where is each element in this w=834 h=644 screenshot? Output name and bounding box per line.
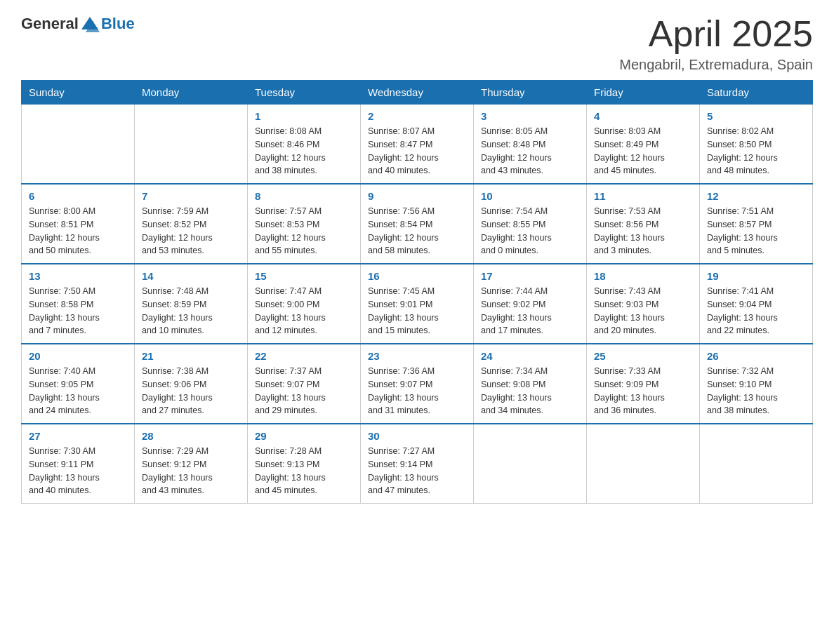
day-info: Sunrise: 7:37 AM Sunset: 9:07 PM Dayligh… — [255, 365, 353, 417]
calendar-cell: 19Sunrise: 7:41 AM Sunset: 9:04 PM Dayli… — [700, 264, 813, 344]
calendar-cell: 12Sunrise: 7:51 AM Sunset: 8:57 PM Dayli… — [700, 184, 813, 264]
day-number: 4 — [594, 110, 692, 122]
day-info: Sunrise: 7:48 AM Sunset: 8:59 PM Dayligh… — [142, 285, 240, 337]
calendar-week-row: 6Sunrise: 8:00 AM Sunset: 8:51 PM Daylig… — [22, 184, 813, 264]
title-area: April 2025 Mengabril, Extremadura, Spain — [619, 14, 813, 73]
calendar-cell: 2Sunrise: 8:07 AM Sunset: 8:47 PM Daylig… — [361, 105, 474, 185]
calendar-cell: 7Sunrise: 7:59 AM Sunset: 8:52 PM Daylig… — [135, 184, 248, 264]
day-info: Sunrise: 8:00 AM Sunset: 8:51 PM Dayligh… — [29, 205, 127, 257]
day-number: 18 — [594, 270, 692, 282]
day-info: Sunrise: 7:28 AM Sunset: 9:13 PM Dayligh… — [255, 445, 353, 497]
calendar-cell: 3Sunrise: 8:05 AM Sunset: 8:48 PM Daylig… — [474, 105, 587, 185]
calendar-cell: 30Sunrise: 7:27 AM Sunset: 9:14 PM Dayli… — [361, 424, 474, 504]
calendar-cell: 9Sunrise: 7:56 AM Sunset: 8:54 PM Daylig… — [361, 184, 474, 264]
logo-blue: Blue — [101, 15, 135, 33]
calendar-cell: 13Sunrise: 7:50 AM Sunset: 8:58 PM Dayli… — [22, 264, 135, 344]
day-info: Sunrise: 7:33 AM Sunset: 9:09 PM Dayligh… — [594, 365, 692, 417]
calendar-week-row: 27Sunrise: 7:30 AM Sunset: 9:11 PM Dayli… — [22, 424, 813, 504]
calendar-cell: 8Sunrise: 7:57 AM Sunset: 8:53 PM Daylig… — [248, 184, 361, 264]
calendar-cell: 4Sunrise: 8:03 AM Sunset: 8:49 PM Daylig… — [587, 105, 700, 185]
day-number: 23 — [368, 350, 466, 362]
month-title: April 2025 — [619, 14, 813, 54]
weekday-header-thursday: Thursday — [474, 81, 587, 105]
calendar-table: SundayMondayTuesdayWednesdayThursdayFrid… — [21, 80, 813, 504]
day-number: 13 — [29, 270, 127, 282]
calendar-cell: 5Sunrise: 8:02 AM Sunset: 8:50 PM Daylig… — [700, 105, 813, 185]
calendar-cell: 20Sunrise: 7:40 AM Sunset: 9:05 PM Dayli… — [22, 344, 135, 424]
day-info: Sunrise: 7:36 AM Sunset: 9:07 PM Dayligh… — [368, 365, 466, 417]
calendar-cell: 15Sunrise: 7:47 AM Sunset: 9:00 PM Dayli… — [248, 264, 361, 344]
calendar-cell: 28Sunrise: 7:29 AM Sunset: 9:12 PM Dayli… — [135, 424, 248, 504]
weekday-header-wednesday: Wednesday — [361, 81, 474, 105]
day-number: 5 — [707, 110, 805, 122]
day-number: 14 — [142, 270, 240, 282]
day-info: Sunrise: 7:51 AM Sunset: 8:57 PM Dayligh… — [707, 205, 805, 257]
day-number: 25 — [594, 350, 692, 362]
day-number: 19 — [707, 270, 805, 282]
day-info: Sunrise: 7:27 AM Sunset: 9:14 PM Dayligh… — [368, 445, 466, 497]
day-number: 6 — [29, 190, 127, 202]
day-info: Sunrise: 7:50 AM Sunset: 8:58 PM Dayligh… — [29, 285, 127, 337]
calendar-cell: 10Sunrise: 7:54 AM Sunset: 8:55 PM Dayli… — [474, 184, 587, 264]
day-number: 30 — [368, 430, 466, 442]
day-number: 10 — [481, 190, 579, 202]
day-info: Sunrise: 8:02 AM Sunset: 8:50 PM Dayligh… — [707, 125, 805, 177]
weekday-header-friday: Friday — [587, 81, 700, 105]
day-info: Sunrise: 7:32 AM Sunset: 9:10 PM Dayligh… — [707, 365, 805, 417]
day-number: 3 — [481, 110, 579, 122]
calendar-cell: 11Sunrise: 7:53 AM Sunset: 8:56 PM Dayli… — [587, 184, 700, 264]
day-info: Sunrise: 8:07 AM Sunset: 8:47 PM Dayligh… — [368, 125, 466, 177]
calendar-cell: 24Sunrise: 7:34 AM Sunset: 9:08 PM Dayli… — [474, 344, 587, 424]
day-number: 21 — [142, 350, 240, 362]
calendar-cell: 21Sunrise: 7:38 AM Sunset: 9:06 PM Dayli… — [135, 344, 248, 424]
calendar-cell — [135, 105, 248, 185]
day-info: Sunrise: 7:53 AM Sunset: 8:56 PM Dayligh… — [594, 205, 692, 257]
calendar-cell: 22Sunrise: 7:37 AM Sunset: 9:07 PM Dayli… — [248, 344, 361, 424]
calendar-cell: 27Sunrise: 7:30 AM Sunset: 9:11 PM Dayli… — [22, 424, 135, 504]
day-info: Sunrise: 7:29 AM Sunset: 9:12 PM Dayligh… — [142, 445, 240, 497]
calendar-week-row: 20Sunrise: 7:40 AM Sunset: 9:05 PM Dayli… — [22, 344, 813, 424]
calendar-cell: 16Sunrise: 7:45 AM Sunset: 9:01 PM Dayli… — [361, 264, 474, 344]
logo-general: General — [21, 15, 79, 33]
weekday-header-tuesday: Tuesday — [248, 81, 361, 105]
day-info: Sunrise: 7:43 AM Sunset: 9:03 PM Dayligh… — [594, 285, 692, 337]
logo-icon — [80, 14, 100, 34]
calendar-cell — [700, 424, 813, 504]
day-number: 1 — [255, 110, 353, 122]
calendar-cell: 1Sunrise: 8:08 AM Sunset: 8:46 PM Daylig… — [248, 105, 361, 185]
page-header: General Blue April 2025 Mengabril, Extre… — [21, 14, 813, 73]
calendar-cell: 26Sunrise: 7:32 AM Sunset: 9:10 PM Dayli… — [700, 344, 813, 424]
day-info: Sunrise: 7:56 AM Sunset: 8:54 PM Dayligh… — [368, 205, 466, 257]
calendar-cell: 18Sunrise: 7:43 AM Sunset: 9:03 PM Dayli… — [587, 264, 700, 344]
calendar-cell — [474, 424, 587, 504]
day-info: Sunrise: 7:47 AM Sunset: 9:00 PM Dayligh… — [255, 285, 353, 337]
day-number: 26 — [707, 350, 805, 362]
day-info: Sunrise: 7:38 AM Sunset: 9:06 PM Dayligh… — [142, 365, 240, 417]
day-number: 9 — [368, 190, 466, 202]
day-info: Sunrise: 7:45 AM Sunset: 9:01 PM Dayligh… — [368, 285, 466, 337]
calendar-cell: 14Sunrise: 7:48 AM Sunset: 8:59 PM Dayli… — [135, 264, 248, 344]
day-number: 2 — [368, 110, 466, 122]
day-number: 28 — [142, 430, 240, 442]
day-info: Sunrise: 7:40 AM Sunset: 9:05 PM Dayligh… — [29, 365, 127, 417]
day-info: Sunrise: 7:57 AM Sunset: 8:53 PM Dayligh… — [255, 205, 353, 257]
logo: General Blue — [21, 14, 135, 34]
weekday-header-monday: Monday — [135, 81, 248, 105]
day-number: 16 — [368, 270, 466, 282]
day-number: 7 — [142, 190, 240, 202]
weekday-header-sunday: Sunday — [22, 81, 135, 105]
day-number: 27 — [29, 430, 127, 442]
day-info: Sunrise: 7:54 AM Sunset: 8:55 PM Dayligh… — [481, 205, 579, 257]
weekday-header-row: SundayMondayTuesdayWednesdayThursdayFrid… — [22, 81, 813, 105]
calendar-cell: 6Sunrise: 8:00 AM Sunset: 8:51 PM Daylig… — [22, 184, 135, 264]
day-number: 15 — [255, 270, 353, 282]
calendar-week-row: 13Sunrise: 7:50 AM Sunset: 8:58 PM Dayli… — [22, 264, 813, 344]
calendar-cell: 17Sunrise: 7:44 AM Sunset: 9:02 PM Dayli… — [474, 264, 587, 344]
day-info: Sunrise: 8:05 AM Sunset: 8:48 PM Dayligh… — [481, 125, 579, 177]
day-number: 17 — [481, 270, 579, 282]
day-info: Sunrise: 7:34 AM Sunset: 9:08 PM Dayligh… — [481, 365, 579, 417]
day-info: Sunrise: 8:03 AM Sunset: 8:49 PM Dayligh… — [594, 125, 692, 177]
day-info: Sunrise: 7:41 AM Sunset: 9:04 PM Dayligh… — [707, 285, 805, 337]
day-number: 29 — [255, 430, 353, 442]
calendar-cell — [587, 424, 700, 504]
